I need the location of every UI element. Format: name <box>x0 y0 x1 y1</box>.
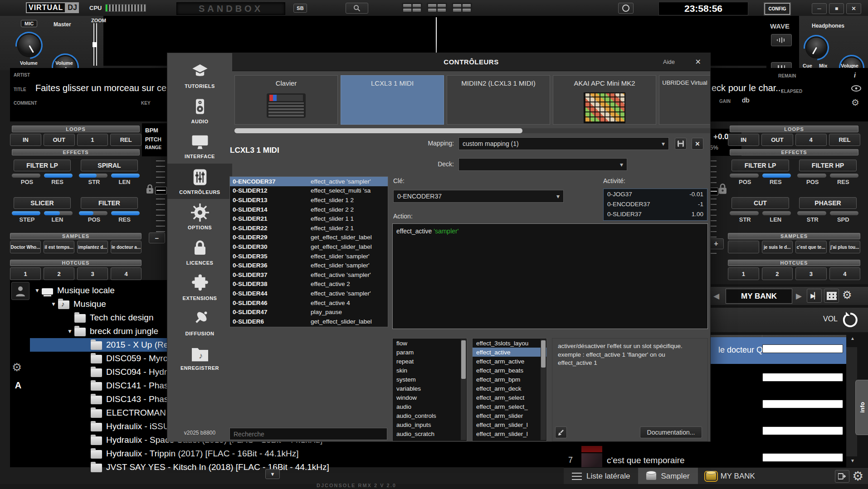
category-row[interactable]: param <box>393 348 467 357</box>
browser-more-button[interactable] <box>265 469 280 479</box>
fx-param-bar[interactable] <box>12 211 40 215</box>
fx-param-bar[interactable] <box>762 174 791 178</box>
bottom-bar-tab[interactable]: Liste latérale <box>564 468 638 484</box>
bank-selector[interactable]: MY BANK <box>726 289 792 304</box>
help-button[interactable]: Aide <box>663 58 675 65</box>
fx-param-bar[interactable] <box>79 211 107 215</box>
key-search-input[interactable] <box>229 428 387 440</box>
sampler-volume-bar[interactable] <box>763 427 843 435</box>
sampler-settings-icon[interactable] <box>842 289 852 301</box>
sidebar-item-diffusion[interactable]: DIFFUSION <box>167 305 232 340</box>
sampler-volume-bar[interactable] <box>763 400 843 408</box>
browser-settings-icon[interactable] <box>12 361 22 374</box>
category-row[interactable]: window <box>393 393 467 402</box>
tab-midiin2[interactable]: MIDIIN2 (LCXL3 1 MIDI) <box>447 75 550 125</box>
actions-scrollbar[interactable] <box>541 339 546 440</box>
fx-param-bar[interactable] <box>797 174 826 178</box>
category-row[interactable]: system <box>393 375 467 384</box>
zoom-slider-handle[interactable] <box>93 42 97 47</box>
hotcue-button[interactable]: 3 <box>77 267 108 280</box>
loop-button[interactable]: IN <box>728 134 759 146</box>
tab-lcxl3-midi[interactable]: LCXL3 1 MIDI <box>341 75 444 125</box>
sampler-row-title[interactable]: c'est que temporaire <box>607 455 685 465</box>
bottom-bar-tab[interactable]: Sampler <box>638 468 697 484</box>
tabs-scrollbar[interactable] <box>234 128 710 133</box>
fx-slot-button[interactable]: FILTER LP <box>731 160 789 171</box>
tree-expand-arrow[interactable]: ▼ <box>65 328 74 334</box>
fx-slot-button[interactable]: FILTER LP <box>14 160 71 171</box>
documentation-button[interactable]: Documentation... <box>640 426 702 438</box>
loop-button[interactable]: OUT <box>761 134 793 146</box>
action-row[interactable]: effect_arm_slider <box>473 411 546 420</box>
category-row[interactable]: audio_controls <box>393 411 467 420</box>
fx-param-bar[interactable] <box>730 211 759 215</box>
category-row[interactable]: flow <box>393 339 467 348</box>
sampler-row[interactable] <box>706 444 846 467</box>
scroll-up-icon[interactable] <box>848 336 857 345</box>
hotcue-button[interactable]: 2 <box>44 267 74 280</box>
action-row[interactable]: effect_arm_deck <box>473 384 546 393</box>
category-row[interactable]: audio_scratch <box>393 429 467 438</box>
bank-last-button[interactable] <box>807 289 822 303</box>
sampler-row[interactable] <box>706 391 846 417</box>
action-row[interactable]: effect_3slots_layou <box>473 339 546 348</box>
sidebar-item-licences[interactable]: LICENCES <box>167 234 232 270</box>
delete-mapping-button[interactable] <box>692 138 703 150</box>
deck-right-settings-icon[interactable] <box>851 97 859 108</box>
sampler-row[interactable] <box>706 417 846 444</box>
hotcue-button[interactable]: 2 <box>762 267 793 280</box>
sidebar-item-extensions[interactable]: EXTENSIONS <box>167 270 232 305</box>
fx-param-bar[interactable] <box>111 174 140 178</box>
midi-key-row[interactable]: 0-SLIDER21 effect_slider 1 1 <box>230 214 388 223</box>
sampler-row[interactable]: le docteur Qui ! <box>706 337 846 364</box>
pitch-slider-left[interactable] <box>156 159 165 232</box>
midi-key-row[interactable]: 0-ENCODER37 effect_active 'sampler' <box>230 177 388 186</box>
dialog-close-icon[interactable] <box>695 58 701 66</box>
sidebar-item-audio[interactable]: AUDIO <box>167 93 232 128</box>
settings-icon[interactable] <box>852 469 863 484</box>
save-mapping-button[interactable] <box>675 138 687 150</box>
pitch-slider-handle-left[interactable] <box>155 187 167 194</box>
loop-button[interactable]: 1 <box>77 134 108 146</box>
pitch-lock-icon[interactable] <box>146 184 154 194</box>
sample-button[interactable]: je suis le d... <box>762 241 793 253</box>
pitch-plus-button[interactable] <box>708 238 724 249</box>
loop-button[interactable]: IN <box>10 134 41 146</box>
fx-param-bar[interactable] <box>797 211 826 215</box>
sample-button[interactable] <box>728 241 759 253</box>
pitch-minus-button[interactable] <box>149 232 165 243</box>
tree-expand-arrow[interactable]: ▼ <box>49 301 58 307</box>
fx-param-bar[interactable] <box>730 174 759 178</box>
fx-slot-button[interactable]: CUT <box>731 197 789 209</box>
info-tab[interactable]: info <box>855 380 868 435</box>
midi-key-row[interactable]: 0-SLIDER36 effect_slider 'sampler' <box>230 261 388 270</box>
tabs-scrollbar-thumb[interactable] <box>234 128 522 133</box>
loop-icon[interactable] <box>842 312 858 328</box>
sidebar-item-contrôleurs[interactable]: CONTRÔLEURS <box>167 164 232 199</box>
sb-button[interactable]: SB <box>293 4 307 13</box>
fx-param-bar[interactable] <box>830 211 859 215</box>
sidebar-item-tutoriels[interactable]: TUTORIELS <box>167 58 232 93</box>
tree-row[interactable]: Hydraulix - Trippin (2017) [FLAC - 16Bit… <box>30 447 564 460</box>
sidebar-item-interface[interactable]: INTERFACE <box>167 128 232 164</box>
sampler-row[interactable] <box>706 364 846 391</box>
loop-button[interactable]: REL <box>829 134 860 146</box>
action-row[interactable]: effect_active <box>473 348 546 357</box>
fx-slot-button[interactable]: PHASER <box>799 197 857 209</box>
deck-dropdown[interactable] <box>458 158 627 171</box>
tab-akai-apc[interactable]: AKAI APC Mini MK2 <box>553 75 656 125</box>
action-row[interactable]: effect_arm_beats <box>473 366 546 375</box>
hotcue-button[interactable]: 1 <box>10 267 41 280</box>
midi-key-row[interactable]: 0-SLIDER38 effect_active 2 <box>230 280 388 289</box>
sandbox-button[interactable]: SANDBOX <box>176 2 285 15</box>
sample-button[interactable]: c'est que te... <box>795 241 827 253</box>
layout-4decks-button[interactable] <box>427 3 447 13</box>
mic-volume-knob[interactable] <box>18 34 40 56</box>
learn-button[interactable] <box>555 426 567 438</box>
sampler-volume-bar[interactable] <box>763 345 843 353</box>
midi-key-row[interactable]: 0-SLIDER6 get_effect_slider_label <box>230 317 388 326</box>
fx-slot-button[interactable]: FILTER <box>81 197 138 209</box>
midi-key-row[interactable]: 0-SLIDER14 effect_slider 2 2 <box>230 205 388 214</box>
record-button[interactable] <box>618 3 634 14</box>
midi-key-row[interactable]: 0-SLIDER35 effect_slider 'sampler' <box>230 252 388 261</box>
